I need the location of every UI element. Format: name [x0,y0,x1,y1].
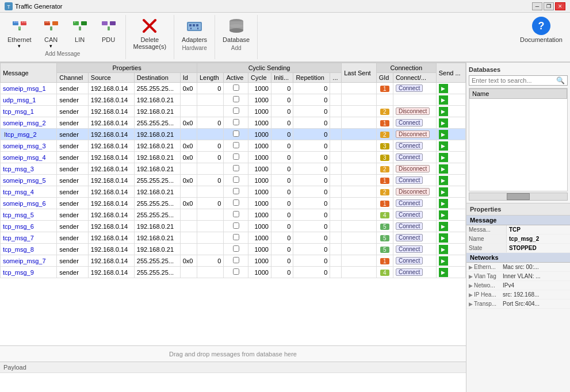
cell-connect[interactable]: Disconnect [393,163,436,175]
play-button[interactable]: ▶ [439,233,448,243]
cell-send[interactable]: ▶ [436,198,465,209]
cell-send[interactable]: ▶ [436,117,465,129]
drag-drop-area[interactable]: Drag and drop messages from database her… [0,345,466,362]
play-button[interactable]: ▶ [439,130,448,139]
table-row[interactable]: someip_msg_5sender192.168.0.14255.255.25… [1,175,466,186]
lin-button[interactable]: LIN [66,15,94,51]
cell-connect[interactable]: Connect [393,232,436,244]
cell-active[interactable] [224,117,248,129]
connect-button[interactable]: Connect [396,199,423,207]
connect-button[interactable]: Connect [396,234,423,241]
play-button[interactable]: ▶ [439,222,448,231]
ethernet-button[interactable]: Ethernet ▾ [2,15,37,51]
play-button[interactable]: ▶ [439,187,448,197]
cell-connect[interactable]: Connect [393,175,436,186]
cell-active[interactable] [224,94,248,106]
cell-connect[interactable] [393,94,436,106]
minimize-btn[interactable]: ─ [532,2,542,10]
play-button[interactable]: ▶ [439,245,448,254]
cell-send[interactable]: ▶ [436,152,465,163]
cell-connect[interactable]: Disconnect [393,129,436,140]
table-row[interactable]: tcp_msg_6sender192.168.0.14192.168.0.211… [1,221,466,232]
cell-connect[interactable]: Connect [393,267,436,278]
cell-active[interactable] [224,106,248,117]
cell-active[interactable] [224,267,248,278]
cell-send[interactable]: ▶ [436,129,465,140]
database-button[interactable]: Database [217,15,255,45]
can-button[interactable]: CAN ▾ [37,15,66,51]
table-row[interactable]: tcp_msg_9sender192.168.0.14255.255.25...… [1,267,466,278]
search-input[interactable] [472,77,556,84]
cell-active[interactable] [224,163,248,175]
cell-active[interactable] [224,83,248,94]
table-row[interactable]: someip_msg_2sender192.168.0.14255.255.25… [1,117,466,129]
table-row[interactable]: someip_msg_1sender192.168.0.14255.255.25… [1,83,466,94]
col-gid[interactable]: GId [376,73,393,83]
disconnect-button[interactable]: Disconnect [396,188,430,195]
cell-send[interactable]: ▶ [436,175,465,186]
cell-connect[interactable]: Connect [393,117,436,129]
delete-button[interactable]: DeleteMessage(s) [128,15,171,52]
cell-connect[interactable]: Connect [393,152,436,163]
restore-btn[interactable]: ❐ [544,2,554,10]
col-cycle[interactable]: Cycle [248,73,271,83]
cell-active[interactable] [224,221,248,232]
cell-send[interactable]: ▶ [436,140,465,152]
play-button[interactable]: ▶ [439,164,448,174]
table-row[interactable]: tcp_msg_1sender192.168.0.14192.168.0.211… [1,106,466,117]
cell-active[interactable] [224,186,248,198]
connect-button[interactable]: Connect [396,153,423,161]
network-row[interactable]: ▶ Vlan Tag Inner VLAN: ... [466,272,570,281]
pdu-button[interactable]: PDU [94,15,123,51]
cell-send[interactable]: ▶ [436,221,465,232]
table-row[interactable]: tcp_msg_7sender192.168.0.14192.168.0.211… [1,232,466,244]
network-row[interactable]: ▶ Ethern... Mac src: 00:... [466,263,570,272]
cell-send[interactable]: ▶ [436,232,465,244]
table-row[interactable]: udp_msg_1sender192.168.0.14192.168.0.211… [1,94,466,106]
expand-arrow[interactable]: ▶ [469,283,473,289]
cell-connect[interactable]: Connect [393,244,436,255]
table-row[interactable]: tcp_msg_3sender192.168.0.14192.168.0.211… [1,163,466,175]
message-table-container[interactable]: Message Properties Cyclic Sending Last S… [0,63,466,345]
col-active[interactable]: Active [224,73,248,83]
connect-button[interactable]: Connect [396,119,423,126]
connect-button[interactable]: Connect [396,222,423,230]
cell-active[interactable] [224,198,248,209]
cell-connect[interactable]: Disconnect [393,106,436,117]
play-button[interactable]: ▶ [439,210,448,220]
connect-button[interactable]: Connect [396,176,423,184]
connect-button[interactable]: Connect [396,245,423,253]
disconnect-button[interactable]: Disconnect [396,107,430,115]
cell-connect[interactable]: Connect [393,209,436,221]
col-dots[interactable]: ... [330,73,342,83]
cell-send[interactable]: ▶ [436,83,465,94]
col-send[interactable]: Send ... [436,63,465,83]
cell-send[interactable]: ▶ [436,244,465,255]
network-row[interactable]: ▶ Netwo... IPv4 [466,281,570,290]
table-row[interactable]: someip_msg_6sender192.168.0.14255.255.25… [1,198,466,209]
db-scrollbar[interactable] [469,193,568,201]
close-btn[interactable]: ✕ [555,2,565,10]
play-button[interactable]: ▶ [439,107,448,116]
expand-arrow[interactable]: ▶ [469,274,473,279]
connect-button[interactable]: Connect [396,257,423,264]
col-length[interactable]: Length [197,73,224,83]
expand-arrow[interactable]: ▶ [469,264,473,270]
cell-active[interactable] [224,255,248,267]
cell-connect[interactable]: Connect [393,221,436,232]
col-message[interactable]: Message [1,63,57,83]
col-id[interactable]: Id [180,73,197,83]
cell-active[interactable] [224,129,248,140]
expand-arrow[interactable]: ▶ [469,292,473,298]
disconnect-button[interactable]: Disconnect [396,165,430,172]
col-destination[interactable]: Destination [134,73,180,83]
col-channel[interactable]: Channel [57,73,89,83]
play-button[interactable]: ▶ [439,256,448,266]
network-row[interactable]: ▶ Transp... Port Src:404... [466,299,570,309]
play-button[interactable]: ▶ [439,118,448,128]
cell-active[interactable] [224,232,248,244]
cell-connect[interactable]: Disconnect [393,186,436,198]
cell-send[interactable]: ▶ [436,106,465,117]
table-row[interactable]: someip_msg_3sender192.168.0.14192.168.0.… [1,140,466,152]
cell-active[interactable] [224,244,248,255]
